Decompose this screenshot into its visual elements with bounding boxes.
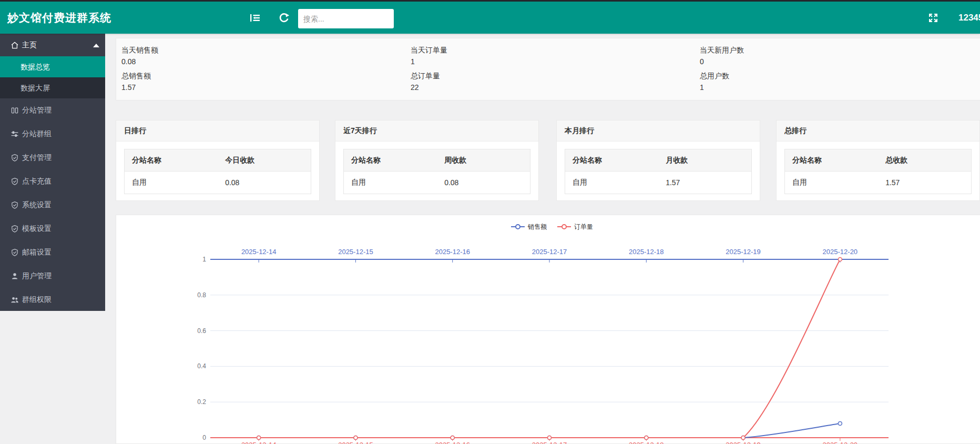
column-header: 分站名称 bbox=[125, 156, 225, 165]
table-row: 自用 0.08 bbox=[344, 171, 530, 194]
svg-text:2025-12-20: 2025-12-20 bbox=[823, 441, 858, 444]
admin-dashboard-page: { "header": { "title": "妙文馆付费进群系统", "sea… bbox=[0, 0, 980, 444]
line-marker-icon bbox=[557, 224, 571, 230]
table-row: 自用 1.57 bbox=[565, 171, 751, 194]
sidebar-item-group-permissions[interactable]: 群组权限 bbox=[0, 288, 105, 311]
rank-card-body: 分站名称 今日收款 自用 0.08 bbox=[116, 142, 319, 201]
svg-text:0.2: 0.2 bbox=[197, 398, 206, 406]
stat-value: 0.08 bbox=[121, 57, 411, 66]
cell-site-name: 自用 bbox=[785, 178, 885, 187]
cell-amount: 1.57 bbox=[885, 178, 971, 187]
sales-orders-line-chart: 00.20.40.60.812025-12-142025-12-152025-1… bbox=[116, 215, 980, 444]
sidebar-item-label: 模板设置 bbox=[22, 217, 52, 240]
shield-check-icon bbox=[11, 154, 19, 162]
svg-text:2025-12-16: 2025-12-16 bbox=[435, 441, 470, 444]
rank-table-header: 分站名称 今日收款 bbox=[125, 149, 311, 171]
stat-label: 总订单量 bbox=[411, 72, 700, 81]
stat-value: 1.57 bbox=[121, 83, 411, 92]
sidebar-subitem-data-overview[interactable]: 数据总览 bbox=[0, 56, 105, 77]
username-menu[interactable]: 12345 bbox=[958, 2, 980, 34]
app-title: 妙文馆付费进群系统 bbox=[7, 2, 111, 34]
column-header: 分站名称 bbox=[344, 156, 444, 165]
stat-label: 当天新用户数 bbox=[700, 46, 980, 55]
sidebar-item-payment-manage[interactable]: 支付管理 bbox=[0, 146, 105, 169]
svg-text:2025-12-18: 2025-12-18 bbox=[629, 441, 664, 444]
legend-item-orders[interactable]: 订单量 bbox=[557, 223, 593, 231]
sidebar-item-label: 主页 bbox=[22, 34, 37, 56]
sidebar-item-user-manage[interactable]: 用户管理 bbox=[0, 264, 105, 288]
app-header: 妙文馆付费进群系统 12345 bbox=[0, 2, 980, 34]
sidebar-item-label: 分站管理 bbox=[22, 98, 52, 122]
rank-table-header: 分站名称 周收款 bbox=[344, 149, 530, 171]
rank-card-7days: 近7天排行 分站名称 周收款 自用 0.08 bbox=[335, 120, 539, 201]
sidebar-item-template-settings[interactable]: 模板设置 bbox=[0, 217, 105, 240]
rank-table: 分站名称 今日收款 自用 0.08 bbox=[124, 149, 311, 194]
sidebar-item-card-recharge[interactable]: 点卡充值 bbox=[0, 169, 105, 193]
rank-table: 分站名称 月收款 自用 1.57 bbox=[565, 149, 752, 194]
column-header: 总收款 bbox=[885, 156, 971, 165]
search-input[interactable] bbox=[298, 9, 394, 28]
svg-text:2025-12-17: 2025-12-17 bbox=[532, 248, 567, 256]
sidebar-item-label: 群组权限 bbox=[22, 288, 52, 311]
svg-text:2025-12-15: 2025-12-15 bbox=[338, 248, 373, 256]
cell-amount: 1.57 bbox=[666, 178, 751, 187]
stat-label: 总用户数 bbox=[700, 72, 980, 81]
stat-label: 当天订单量 bbox=[411, 46, 700, 55]
sidebar-item-label: 邮箱设置 bbox=[22, 240, 52, 264]
stat-value: 22 bbox=[411, 83, 700, 92]
table-row: 自用 0.08 bbox=[125, 171, 311, 194]
sidebar-item-home[interactable]: 主页 bbox=[0, 34, 105, 56]
chevron-up-icon bbox=[93, 44, 99, 47]
rank-card-title: 近7天排行 bbox=[335, 120, 538, 142]
svg-text:1: 1 bbox=[202, 256, 206, 263]
shield-check-icon bbox=[11, 201, 19, 209]
rank-card-body: 分站名称 月收款 自用 1.57 bbox=[557, 142, 760, 201]
sidebar-item-substation-manage[interactable]: 分站管理 bbox=[0, 98, 105, 122]
svg-text:0.6: 0.6 bbox=[197, 327, 206, 335]
column-header: 周收款 bbox=[444, 156, 530, 165]
cell-amount: 0.08 bbox=[225, 178, 311, 187]
legend-label: 订单量 bbox=[574, 223, 593, 231]
svg-text:2025-12-18: 2025-12-18 bbox=[629, 248, 664, 256]
svg-text:2025-12-19: 2025-12-19 bbox=[726, 441, 761, 444]
rank-card-body: 分站名称 总收款 自用 1.57 bbox=[777, 142, 979, 201]
cell-amount: 0.08 bbox=[444, 178, 530, 187]
sidebar-item-system-settings[interactable]: 系统设置 bbox=[0, 193, 105, 217]
sidebar-subitem-label: 数据大屏 bbox=[21, 84, 50, 92]
svg-text:0: 0 bbox=[202, 434, 206, 441]
sidebar-item-mail-settings[interactable]: 邮箱设置 bbox=[0, 240, 105, 264]
shield-check-icon bbox=[11, 248, 19, 257]
sidebar-nav: 主页 数据总览 数据大屏 分站管理 分站群组 bbox=[0, 34, 105, 311]
sales-orders-chart-card: 00.20.40.60.812025-12-142025-12-152025-1… bbox=[116, 215, 980, 444]
stat-value: 1 bbox=[411, 57, 700, 66]
rank-card-title: 日排行 bbox=[116, 120, 319, 142]
stat-value: 0 bbox=[700, 57, 980, 66]
stats-column-sales: 当天销售额 0.08 总销售额 1.57 bbox=[121, 40, 411, 100]
sliders-icon bbox=[11, 130, 19, 138]
stat-label: 当天销售额 bbox=[121, 46, 411, 55]
collapse-menu-icon[interactable] bbox=[249, 12, 261, 24]
legend-label: 销售额 bbox=[528, 223, 547, 231]
sidebar-item-label: 支付管理 bbox=[22, 146, 52, 169]
cell-site-name: 自用 bbox=[344, 178, 444, 187]
column-header: 今日收款 bbox=[225, 156, 311, 165]
fullscreen-icon[interactable] bbox=[927, 12, 940, 24]
svg-text:0.4: 0.4 bbox=[197, 362, 206, 370]
refresh-icon[interactable] bbox=[278, 12, 290, 24]
legend-item-sales[interactable]: 销售额 bbox=[511, 223, 547, 231]
cell-site-name: 自用 bbox=[565, 178, 666, 187]
line-marker-icon bbox=[511, 224, 525, 230]
svg-text:2025-12-15: 2025-12-15 bbox=[338, 441, 373, 444]
stats-column-users: 当天新用户数 0 总用户数 1 bbox=[700, 40, 980, 100]
window-top-edge bbox=[0, 0, 980, 2]
sidebar-subitem-data-screen[interactable]: 数据大屏 bbox=[0, 77, 105, 98]
rank-table-header: 分站名称 总收款 bbox=[785, 149, 971, 171]
sidebar-item-label: 用户管理 bbox=[22, 264, 52, 288]
column-header: 月收款 bbox=[666, 156, 751, 165]
rank-table-header: 分站名称 月收款 bbox=[565, 149, 751, 171]
columns-icon bbox=[11, 106, 19, 115]
sidebar-item-substation-groups[interactable]: 分站群组 bbox=[0, 122, 105, 146]
rank-card-title: 本月排行 bbox=[557, 120, 760, 142]
svg-text:2025-12-16: 2025-12-16 bbox=[435, 248, 470, 256]
stat-label: 总销售额 bbox=[121, 72, 411, 81]
